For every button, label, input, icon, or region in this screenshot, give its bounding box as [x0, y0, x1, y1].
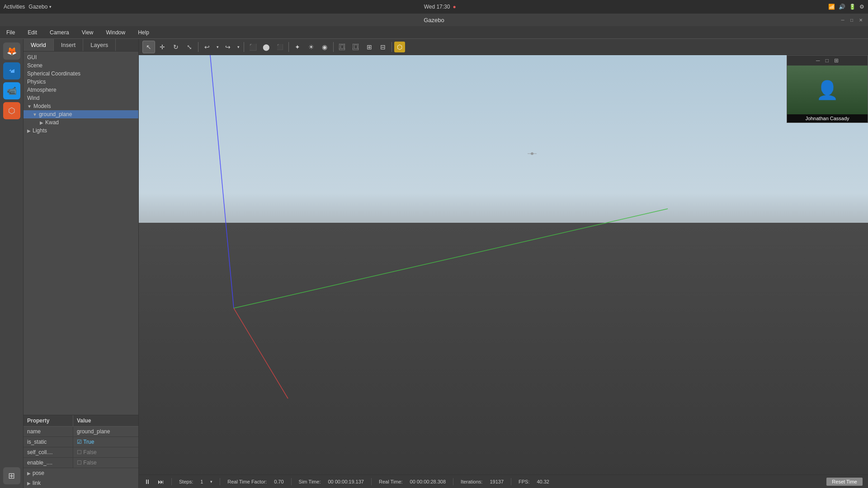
prop-expand-link[interactable]: ▶ link	[24, 478, 138, 488]
tree-item-kwad[interactable]: ▶ Kwad	[24, 118, 138, 127]
dock-vscode[interactable]	[3, 62, 20, 80]
tool-align[interactable]: ⊞	[363, 41, 376, 53]
tree-item-ground-plane[interactable]: ▼ ground_plane	[24, 110, 138, 118]
video-person-name: Johnathan Cassady	[787, 114, 868, 122]
svg-line-2	[234, 209, 668, 308]
rtf-value: 0.70	[274, 479, 283, 484]
pause-button[interactable]: ⏸	[144, 478, 151, 485]
prop-row-name[interactable]: name ground_plane	[24, 427, 138, 437]
video-fullscreen-btn[interactable]: □	[824, 56, 830, 65]
menu-view[interactable]: View	[79, 28, 96, 38]
selfcoll-checkbox[interactable]: ☐	[77, 449, 82, 455]
steps-dropdown[interactable]: ▾	[210, 479, 212, 484]
tool-undo[interactable]: ↩	[201, 41, 213, 53]
menu-help[interactable]: Help	[135, 28, 152, 38]
tool-box[interactable]: ⬛	[246, 41, 259, 53]
viewport[interactable]: ─ □ ⊞ 👤 Johnathan Cassady	[139, 55, 868, 474]
tool-scale[interactable]: ⤡	[183, 41, 196, 53]
settings-icon[interactable]: ⚙	[859, 4, 864, 10]
tree-item-scene[interactable]: Scene	[24, 61, 138, 70]
tool-undo-dropdown[interactable]: ▾	[214, 41, 221, 53]
prop-selfcoll-value: ☐ False	[73, 447, 138, 457]
left-dock: 🦊 📹 ⬡ ⊞	[0, 39, 24, 488]
tree-item-physics[interactable]: Physics	[24, 78, 138, 86]
tool-redo-dropdown[interactable]: ▾	[235, 41, 241, 53]
svg-line-1	[210, 55, 234, 308]
dock-firefox[interactable]: 🦊	[3, 42, 20, 60]
reset-time-button[interactable]: Reset Time	[826, 478, 863, 486]
tree-item-gui[interactable]: GUI	[24, 53, 138, 61]
video-minimize-btn[interactable]: ─	[814, 56, 822, 65]
system-time[interactable]: Wed 17:30	[424, 4, 450, 10]
gui-label: GUI	[27, 54, 37, 61]
tree-item-wind[interactable]: Wind	[24, 94, 138, 102]
tool-snap[interactable]: ⊟	[377, 41, 389, 53]
prop-enable-key: enable_....	[24, 458, 73, 468]
iterations-value: 19137	[490, 479, 504, 484]
tree-panel: GUI Scene Spherical Coordinates Physics …	[24, 52, 138, 415]
sim-time-value: 00 00:00:19.137	[328, 479, 364, 484]
tool-light-dir[interactable]: ☀	[305, 41, 317, 53]
menu-file[interactable]: File	[4, 28, 18, 38]
pose-label: pose	[33, 470, 44, 476]
tool-light-spot[interactable]: ◉	[318, 41, 331, 53]
tab-insert[interactable]: Insert	[54, 39, 84, 51]
recording-dot: ●	[453, 4, 456, 10]
system-bar-left: Activities Gazebo ▾	[4, 4, 52, 10]
models-arrow: ▼	[27, 104, 32, 109]
enable-label: False	[83, 460, 96, 466]
menu-edit[interactable]: Edit	[25, 28, 40, 38]
network-icon[interactable]: 📶	[828, 4, 835, 10]
close-button[interactable]: ✕	[857, 16, 864, 23]
prop-name-key: name	[24, 427, 73, 436]
status-sep-2	[220, 478, 220, 485]
tab-layers[interactable]: Layers	[83, 39, 116, 51]
menu-window[interactable]: Window	[104, 28, 128, 38]
tool-translate[interactable]: ✛	[156, 41, 169, 53]
tool-select[interactable]: ↖	[142, 41, 155, 53]
property-header: Property Value	[24, 415, 138, 427]
video-person-avatar: 👤	[787, 66, 868, 114]
gazebo-app-name[interactable]: Gazebo	[28, 4, 47, 10]
prop-expand-pose[interactable]: ▶ pose	[24, 468, 138, 478]
tool-sphere[interactable]: ⬤	[260, 41, 273, 53]
minimize-button[interactable]: ─	[839, 16, 846, 23]
ground-plane-label: ground_plane	[39, 111, 72, 117]
power-icon[interactable]: 🔋	[849, 4, 856, 10]
dock-gazebo[interactable]: ⬡	[3, 102, 20, 119]
app-dropdown-arrow[interactable]: ▾	[49, 5, 52, 9]
menu-camera[interactable]: Camera	[47, 28, 72, 38]
kwad-arrow: ▶	[40, 120, 43, 125]
volume-icon[interactable]: 🔊	[839, 4, 845, 10]
tool-light-point[interactable]: ✦	[291, 41, 304, 53]
maximize-button[interactable]: □	[848, 16, 855, 23]
enable-checkbox[interactable]: ☐	[77, 460, 82, 466]
tree-item-models[interactable]: ▼ Models	[24, 102, 138, 110]
tree-item-spherical-coordinates[interactable]: Spherical Coordinates	[24, 70, 138, 78]
prop-row-is-static[interactable]: is_static ☑ True	[24, 437, 138, 447]
tool-rotate[interactable]: ↻	[170, 41, 182, 53]
tab-world[interactable]: World	[24, 39, 54, 51]
video-top-controls: ─ □ ⊞	[787, 56, 868, 66]
video-grid-btn[interactable]: ⊞	[832, 56, 840, 65]
prop-row-enable[interactable]: enable_.... ☐ False	[24, 458, 138, 468]
tool-cylinder[interactable]: ⬛	[274, 41, 286, 53]
tool-view-angle[interactable]: ⬡	[394, 42, 405, 52]
isstatic-checkbox[interactable]: ☑	[77, 439, 82, 445]
tool-paste[interactable]: ⿴	[349, 41, 362, 53]
right-area: ↖ ✛ ↻ ⤡ ↩ ▾ ↪ ▾ ⬛ ⬤ ⬛ ✦ ☀ ◉ ⿴ ⿴ ⊞ ⊟ ⬡	[139, 39, 868, 488]
tree-item-lights[interactable]: ▶ Lights	[24, 127, 138, 135]
step-next-button[interactable]: ⏭	[158, 478, 164, 485]
tool-redo[interactable]: ↪	[222, 41, 234, 53]
system-bar-center: Wed 17:30 ●	[424, 4, 456, 10]
tool-copy[interactable]: ⿴	[336, 41, 349, 53]
physics-label: Physics	[27, 79, 46, 85]
real-time-value: 00 00:00:28.308	[410, 479, 446, 484]
spherical-label: Spherical Coordinates	[27, 70, 80, 77]
dock-zoom[interactable]: 📹	[3, 82, 20, 99]
activities-label[interactable]: Activities	[4, 4, 25, 10]
dock-apps[interactable]: ⊞	[3, 467, 20, 484]
prop-row-selfcoll[interactable]: self_coll.... ☐ False	[24, 447, 138, 458]
wind-label: Wind	[27, 95, 39, 101]
tree-item-atmosphere[interactable]: Atmosphere	[24, 86, 138, 94]
